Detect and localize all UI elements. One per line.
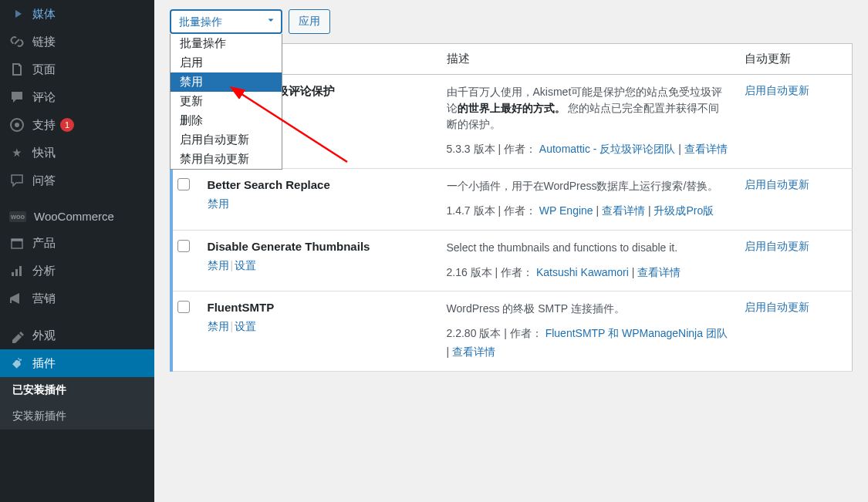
row-checkbox[interactable] [177,240,190,252]
svg-point-1 [15,123,19,127]
support-icon [9,117,25,133]
sidebar-label: 媒体 [32,7,56,22]
sidebar-item-pages[interactable]: 页面 [0,56,154,83]
enable-auto-update-link[interactable]: 启用自动更新 [745,84,809,96]
sidebar-sub-add-new[interactable]: 安装新插件 [0,403,154,430]
dropdown-option[interactable]: 启用 [171,53,282,72]
plugin-description: WordPress 的终极 SMTP 连接插件。 [447,301,729,317]
table-row: FluentSMTP 禁用|设置 WordPress 的终极 SMTP 连接插件… [171,291,853,372]
meta-link[interactable]: 升级成Pro版 [654,204,714,217]
woo-icon: woo [9,211,26,222]
appearance-icon [9,328,25,343]
bulk-action-select[interactable]: 批量操作 [170,9,282,34]
dropdown-option[interactable]: 批量操作 [171,34,282,53]
meta-link[interactable]: 查看详情 [452,345,495,358]
svg-rect-5 [15,269,18,276]
enable-auto-update-link[interactable]: 启用自动更新 [745,178,809,190]
notification-badge: 1 [60,118,74,132]
pin-icon [9,145,25,160]
table-row: Disable Generate Thumbnails 禁用|设置 Select… [171,230,853,291]
deactivate-link[interactable]: 禁用 [208,197,229,210]
sidebar-item-support[interactable]: 支持 1 [0,111,154,139]
link-icon [9,34,25,49]
sidebar-item-news[interactable]: 快讯 [0,139,154,167]
sidebar-item-plugins[interactable]: 插件 [0,349,154,377]
dropdown-option[interactable]: 删除 [171,111,282,130]
table-row: Better Search Replace 禁用 一个小插件，用于在WordPr… [171,168,853,230]
author-link[interactable]: Automattic - 反垃圾评论团队 [539,143,676,155]
sidebar-item-links[interactable]: 链接 [0,28,154,56]
apply-button[interactable]: 应用 [289,9,330,34]
sidebar-label: 问答 [32,174,56,188]
sidebar-item-appearance[interactable]: 外观 [0,322,154,349]
sidebar-submenu: 已安装插件 安装新插件 [0,377,154,430]
sidebar-label: 链接 [32,35,56,49]
admin-sidebar: 媒体 链接 页面 评论 支持 1 快讯 问答 woo WooCommerce 产… [0,0,154,502]
plugin-meta: 2.16 版本 | 作者： Katsushi Kawamori | 查看详情 [447,264,729,282]
sidebar-label: 页面 [32,62,56,77]
header-auto-update[interactable]: 自动更新 [737,44,853,75]
row-actions: 禁用|设置 [208,259,431,273]
plugin-name: FluentSMTP [208,301,431,314]
plugin-description: 一个小插件，用于在WordPress数据库上运行搜索/替换。 [447,178,729,194]
bulk-action-dropdown: 批量操作 启用 禁用 更新 删除 启用自动更新 禁用自动更新 [170,34,282,170]
row-checkbox[interactable] [177,178,190,190]
page-icon [9,62,25,77]
sidebar-item-marketing[interactable]: 营销 [0,285,154,312]
dropdown-option-highlighted[interactable]: 禁用 [171,72,282,92]
plugin-meta: 2.2.80 版本 | 作者： FluentSMTP 和 WPManageNin… [447,325,729,362]
sidebar-item-products[interactable]: 产品 [0,229,154,257]
bulk-select-wrap: 批量操作 批量操作 启用 禁用 更新 删除 启用自动更新 禁用自动更新 [170,9,282,34]
settings-link[interactable]: 设置 [235,259,256,271]
sidebar-label: 评论 [32,90,56,105]
media-icon [9,6,25,22]
sidebar-item-media[interactable]: 媒体 [0,0,154,28]
sidebar-item-comments[interactable]: 评论 [0,83,154,111]
analytics-icon [9,263,25,278]
plugins-icon [9,355,25,371]
plugin-description: 由千百万人使用，Akismet可能是保护您的站点免受垃圾评论的世界上最好的方式。… [447,84,729,133]
sidebar-item-woocommerce[interactable]: woo WooCommerce [0,204,154,229]
author-link[interactable]: WP Engine [539,204,593,217]
plugin-name: Better Search Replace [208,178,431,191]
sidebar-label: 分析 [32,264,56,278]
plugin-description: Select the thumbnails and functions to d… [447,240,729,256]
sidebar-label: 产品 [32,236,56,251]
dropdown-option[interactable]: 更新 [171,92,282,111]
header-description[interactable]: 描述 [439,44,737,75]
author-link[interactable]: Katsushi Kawamori [536,266,629,278]
sidebar-label: 插件 [32,356,56,371]
sidebar-item-analytics[interactable]: 分析 [0,257,154,285]
row-checkbox[interactable] [177,301,190,313]
product-icon [9,235,25,251]
meta-link[interactable]: 查看详情 [684,143,728,155]
bulk-actions-row: 批量操作 批量操作 启用 禁用 更新 删除 启用自动更新 禁用自动更新 应用 [170,9,853,34]
dropdown-option[interactable]: 启用自动更新 [171,130,282,150]
plugin-meta: 1.4.7 版本 | 作者： WP Engine | 查看详情 | 升级成Pro… [447,202,729,221]
marketing-icon [9,291,25,306]
enable-auto-update-link[interactable]: 启用自动更新 [745,301,809,313]
row-actions: 禁用 [208,197,431,211]
meta-link[interactable]: 查看详情 [637,266,681,278]
deactivate-link[interactable]: 禁用 [208,320,229,332]
row-actions: 禁用|设置 [208,320,431,334]
qa-icon [9,173,25,188]
main-content: 批量操作 批量操作 启用 禁用 更新 删除 启用自动更新 禁用自动更新 应用 插… [154,0,868,502]
enable-auto-update-link[interactable]: 启用自动更新 [745,240,809,252]
sidebar-label: 支持 [32,118,56,133]
sidebar-item-qa[interactable]: 问答 [0,167,154,194]
settings-link[interactable]: 设置 [235,320,256,332]
sidebar-label: WooCommerce [34,210,114,223]
dropdown-option[interactable]: 禁用自动更新 [171,150,282,169]
author-link[interactable]: FluentSMTP 和 WPManageNinja 团队 [545,327,728,339]
deactivate-link[interactable]: 禁用 [208,259,229,271]
sidebar-label: 营销 [32,291,56,306]
sidebar-label: 外观 [32,328,56,343]
sidebar-label: 快讯 [32,146,56,160]
svg-rect-6 [19,266,22,276]
plugin-meta: 5.3.3 版本 | 作者： Automattic - 反垃圾评论团队 | 查看… [447,140,729,159]
svg-rect-3 [12,239,22,241]
plugin-name: Disable Generate Thumbnails [208,240,431,253]
meta-link[interactable]: 查看详情 [602,204,645,217]
sidebar-sub-installed[interactable]: 已安装插件 [0,377,154,403]
